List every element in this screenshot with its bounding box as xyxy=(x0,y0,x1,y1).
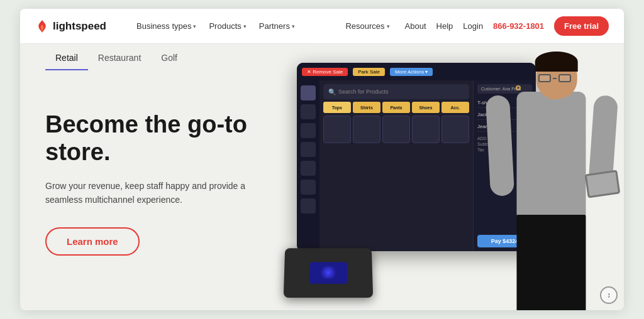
logo[interactable]: lightspeed xyxy=(35,19,106,33)
right-visual: ✕ Remove Sale Park Sale More Actions ▾ xyxy=(259,44,624,310)
pos-online-icon[interactable] xyxy=(301,104,316,119)
product-thumb-5[interactable] xyxy=(441,116,469,143)
chevron-down-icon: ▾ xyxy=(292,23,295,30)
nav-help[interactable]: Help xyxy=(436,21,453,31)
card-screen xyxy=(309,262,347,283)
nav-links: Business types ▾ Products ▾ Partners ▾ xyxy=(131,18,320,35)
product-chip-grid: Tops Shirts Pants Shoes Acc. xyxy=(323,102,469,113)
pos-inventory-icon[interactable] xyxy=(301,161,316,176)
product-chip-4[interactable]: Shoes xyxy=(412,102,440,113)
hero-headline: Become the go-to store. xyxy=(45,111,284,166)
logo-flame-icon xyxy=(35,19,49,33)
chevron-down-icon: ▾ xyxy=(387,23,390,30)
tab-restaurant[interactable]: Restaurant xyxy=(88,44,151,70)
tab-golf[interactable]: Golf xyxy=(151,44,187,70)
logo-text: lightspeed xyxy=(53,20,106,33)
hero-content: Become the go-to store. Grow your revenu… xyxy=(20,44,284,310)
product-chip-5[interactable]: Acc. xyxy=(441,102,469,113)
hero-subtext: Grow your revenue, keep staff happy and … xyxy=(45,179,259,207)
content-area: Retail Restaurant Golf Become the go-to … xyxy=(20,44,624,310)
product-thumb-1[interactable] xyxy=(323,116,351,143)
product-chip-3[interactable]: Pants xyxy=(382,102,410,113)
card-reader xyxy=(284,248,373,298)
pos-main-area: 🔍 Search for Products Tops Shirts Pants … xyxy=(319,80,473,251)
person-image xyxy=(486,46,624,310)
product-thumb-3[interactable] xyxy=(382,116,410,143)
scroll-indicator[interactable]: ↕ xyxy=(600,286,618,304)
nav-business-types[interactable]: Business types ▾ xyxy=(131,18,201,35)
pos-search-bar[interactable]: 🔍 Search for Products xyxy=(323,84,469,99)
chevron-down-icon: ▾ xyxy=(243,23,247,30)
product-thumb-2[interactable] xyxy=(353,116,380,143)
pos-search-text: Search for Products xyxy=(338,89,389,95)
product-chip-1[interactable]: Tops xyxy=(323,102,351,113)
tabs-row: Retail Restaurant Golf xyxy=(45,44,187,70)
nav-products[interactable]: Products ▾ xyxy=(204,18,251,35)
free-trial-button[interactable]: Free trial xyxy=(554,16,609,36)
card-screen-glow xyxy=(319,266,338,279)
pos-customer-icon[interactable] xyxy=(301,180,316,195)
chevron-down-icon: ▾ xyxy=(193,23,196,30)
scroll-icon: ↕ xyxy=(607,291,611,300)
nav-partners[interactable]: Partners ▾ xyxy=(254,18,300,35)
page-wrapper: lightspeed Business types ▾ Products ▾ P… xyxy=(0,0,644,319)
pos-park-sale-btn[interactable]: Park Sale xyxy=(353,68,385,76)
nav-about[interactable]: About xyxy=(405,21,426,31)
main-card: lightspeed Business types ▾ Products ▾ P… xyxy=(20,9,624,310)
pos-more-actions-btn[interactable]: More Actions ▾ xyxy=(390,68,433,76)
pos-help-icon[interactable] xyxy=(301,198,316,214)
product-thumbnails xyxy=(323,116,469,143)
pos-reserve-icon[interactable] xyxy=(301,123,316,138)
pos-home-icon[interactable] xyxy=(301,85,316,100)
nav-right: Resources ▾ About Help Login 866-932-180… xyxy=(340,16,609,36)
pos-sidebar xyxy=(297,80,319,251)
learn-more-button[interactable]: Learn more xyxy=(45,227,140,256)
tax-label: Tax xyxy=(477,148,484,152)
pos-remove-sale-btn[interactable]: ✕ Remove Sale xyxy=(302,68,348,76)
navbar: lightspeed Business types ▾ Products ▾ P… xyxy=(20,9,624,44)
nav-login[interactable]: Login xyxy=(463,21,483,31)
product-chip-2[interactable]: Shirts xyxy=(353,102,380,113)
phone-number[interactable]: 866-932-1801 xyxy=(493,21,544,31)
nav-resources[interactable]: Resources ▾ xyxy=(340,18,394,35)
search-icon: 🔍 xyxy=(328,89,336,95)
pos-catalog-icon[interactable] xyxy=(301,142,316,157)
tab-retail[interactable]: Retail xyxy=(45,44,88,70)
product-thumb-4[interactable] xyxy=(412,116,440,143)
